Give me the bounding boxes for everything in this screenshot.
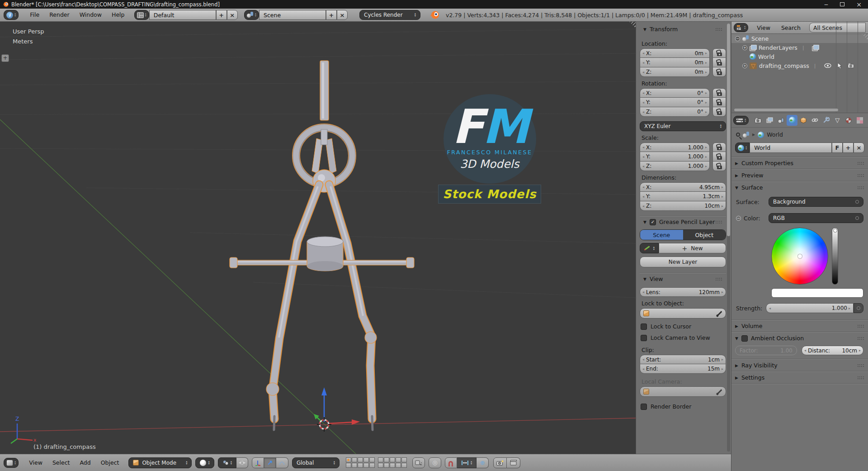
lock-scale-x-button[interactable]	[712, 143, 726, 152]
fake-user-button[interactable]: F	[832, 143, 843, 153]
close-layout-button[interactable]: ×	[227, 10, 238, 20]
layer-grid-left[interactable]	[346, 457, 375, 468]
new-layer-button[interactable]: New Layer	[640, 257, 726, 267]
panel-grip-icon[interactable]	[857, 376, 864, 380]
menu-object[interactable]: Object	[96, 454, 124, 471]
local-camera-field[interactable]	[640, 386, 726, 397]
view-panel-header[interactable]: ▼ View	[640, 273, 726, 285]
panel-grip-icon[interactable]	[715, 220, 722, 224]
lock-location-x-button[interactable]	[712, 48, 726, 58]
tab-modifiers[interactable]	[821, 115, 831, 126]
expand-icon[interactable]: +	[742, 45, 747, 50]
outliner-item-scene[interactable]: − Scene	[731, 34, 868, 43]
lock-rotation-x-button[interactable]	[712, 88, 726, 98]
outliner-menu-search[interactable]: Search	[776, 22, 806, 34]
color-input-dropdown[interactable]: RGB	[769, 213, 863, 223]
snap-target-button[interactable]: ⊕	[476, 457, 489, 468]
tab-render-layers[interactable]	[764, 115, 775, 126]
settings-header[interactable]: ▶ Settings	[731, 371, 868, 383]
tab-object[interactable]	[798, 115, 809, 126]
compass-model[interactable]	[230, 61, 414, 430]
pivot-point-dropdown[interactable]: ▴▾	[218, 457, 236, 468]
outliner-horizontal-scrollbar[interactable]	[734, 109, 838, 111]
color-swatch[interactable]	[771, 288, 863, 298]
value-slider-handle[interactable]	[833, 228, 837, 233]
ambient-occlusion-checkbox[interactable]	[741, 335, 748, 342]
add-scene-button[interactable]: +	[326, 10, 337, 20]
lock-to-cursor-row[interactable]: Lock to Cursor	[641, 323, 725, 330]
collapse-icon[interactable]: −	[735, 36, 740, 41]
editor-type-selector[interactable]: ▴▾	[733, 116, 749, 125]
lock-rotation-y-button[interactable]	[712, 98, 726, 107]
viewport-shading-dropdown[interactable]: ▴▾	[195, 457, 214, 468]
grease-pencil-panel-header[interactable]: ▼ ✓ Grease Pencil Layer	[640, 216, 726, 228]
rotation-y-field[interactable]: ◂Y:0°▸	[640, 98, 710, 107]
grease-pencil-object-tab[interactable]: Object	[683, 230, 726, 240]
add-layout-button[interactable]: +	[216, 10, 227, 20]
transform-orientation-dropdown[interactable]: Global ▴▾	[292, 457, 340, 468]
screen-layout-name[interactable]: Default	[149, 10, 216, 20]
panel-grip-icon[interactable]	[715, 28, 722, 31]
menu-select[interactable]: Select	[47, 454, 75, 471]
snap-element-dropdown[interactable]: ▴▾	[457, 457, 476, 468]
ray-visibility-header[interactable]: ▶ Ray Visibility	[731, 359, 868, 371]
close-scene-button[interactable]: ×	[337, 10, 348, 20]
scale-y-field[interactable]: ◂Y:1.000▸	[640, 152, 710, 162]
location-z-field[interactable]: ◂Z:0m▸	[640, 67, 710, 77]
panel-grip-icon[interactable]	[857, 162, 864, 165]
lock-to-object-field[interactable]	[640, 308, 726, 319]
custom-properties-header[interactable]: ▶ Custom Properties	[731, 157, 868, 169]
menu-file[interactable]: File	[25, 9, 44, 21]
expand-icon[interactable]: +	[742, 63, 747, 68]
clip-start-field[interactable]: ◂Start:1cm▸	[640, 355, 726, 364]
world-name-field[interactable]: World	[750, 143, 832, 153]
lock-rotation-z-button[interactable]	[712, 107, 726, 117]
color-wheel[interactable]	[771, 228, 828, 285]
clip-end-field[interactable]: ◂End:15m▸	[640, 364, 726, 374]
transform-panel-header[interactable]: ▼ Transform	[640, 22, 726, 35]
npanel-scrollbar[interactable]	[727, 24, 730, 452]
panel-grip-icon[interactable]	[857, 364, 864, 367]
ambient-occlusion-header[interactable]: ▼ Ambient Occlusion	[731, 332, 868, 344]
render-animation-button[interactable]	[507, 457, 520, 468]
outliner-menu-view[interactable]: View	[752, 22, 775, 34]
viewport-3d[interactable]: User Persp Meters + FM FRANCESCO MILANES…	[0, 22, 636, 454]
strength-slider[interactable]: ◂ 1.000 ▸	[766, 303, 854, 313]
dimension-z-field[interactable]: ◂Z:10cm▸	[640, 201, 726, 211]
preview-header[interactable]: ▶ Preview	[731, 169, 868, 181]
volume-header[interactable]: ▶ Volume	[731, 320, 868, 332]
layer-1[interactable]	[346, 457, 351, 462]
eyedropper-icon[interactable]	[717, 311, 722, 315]
selectable-cursor-icon[interactable]	[837, 63, 842, 69]
toolshelf-open-tab[interactable]: +	[1, 54, 9, 62]
location-x-field[interactable]: ◂X:0m▸	[640, 48, 710, 58]
lock-camera-row[interactable]: Lock Camera to View	[641, 334, 725, 341]
mode-dropdown[interactable]: Object Mode ▴▾	[128, 457, 192, 468]
manipulator-rotate-button[interactable]	[276, 457, 288, 468]
render-opengl-button[interactable]	[493, 457, 507, 468]
surface-shader-dropdown[interactable]: Background	[769, 197, 863, 207]
render-border-row[interactable]: Render Border	[641, 403, 725, 410]
grease-pencil-checkbox[interactable]: ✓	[650, 219, 656, 225]
tab-render[interactable]	[753, 115, 764, 126]
outliner-item-world[interactable]: World	[731, 52, 868, 61]
menu-add[interactable]: Add	[75, 454, 96, 471]
panel-grip-icon[interactable]	[715, 277, 722, 281]
panel-grip-icon[interactable]	[857, 337, 864, 340]
renderable-camera-icon[interactable]	[848, 63, 854, 68]
rotation-mode-dropdown[interactable]: XYZ Euler ▴▾	[640, 121, 726, 131]
snap-toggle-button[interactable]	[445, 457, 457, 468]
lock-scale-y-button[interactable]	[712, 152, 726, 162]
dimension-y-field[interactable]: ◂Y:1.3cm▸	[640, 192, 726, 201]
scale-z-field[interactable]: ◂Z:1.000▸	[640, 162, 710, 171]
menu-render[interactable]: Render	[44, 9, 75, 21]
eyedropper-icon[interactable]	[717, 389, 722, 394]
panel-grip-icon[interactable]	[857, 324, 864, 328]
grease-pencil-scene-tab[interactable]: Scene	[640, 230, 683, 240]
world-browse-dropdown[interactable]: ▴▾	[735, 143, 750, 153]
editor-type-selector[interactable]: ▴▾	[4, 458, 19, 468]
new-world-button[interactable]: +	[843, 143, 854, 153]
rotation-z-field[interactable]: ◂Z:0°▸	[640, 107, 710, 117]
proportional-edit-dropdown[interactable]: ◎	[429, 457, 441, 468]
minimize-button[interactable]: −	[824, 1, 828, 8]
